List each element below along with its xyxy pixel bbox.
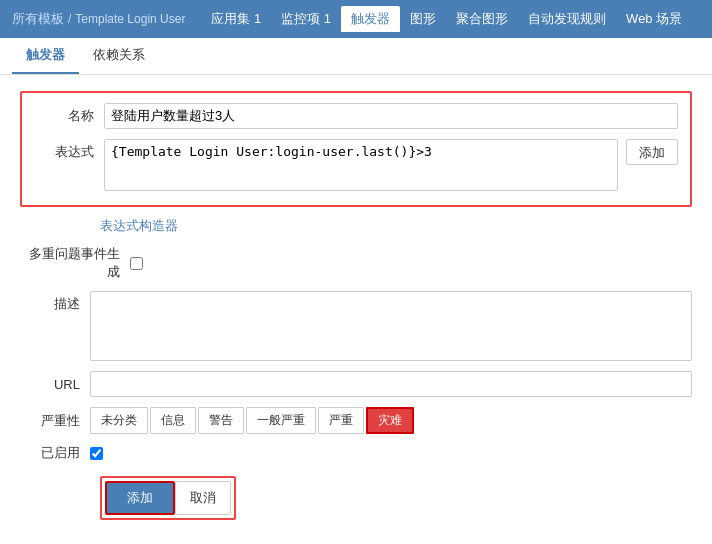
enabled-label: 已启用 <box>20 444 90 462</box>
nav-web-scenarios[interactable]: Web 场景 <box>616 6 692 32</box>
nav-triggers[interactable]: 触发器 <box>341 6 400 32</box>
add-button[interactable]: 添加 <box>105 481 175 515</box>
tab-dependencies[interactable]: 依赖关系 <box>79 38 159 74</box>
tab-bar: 触发器 依赖关系 <box>0 38 712 75</box>
nav-discovery-rules[interactable]: 自动发现规则 <box>518 6 616 32</box>
nav-graphs[interactable]: 图形 <box>400 6 446 32</box>
url-input[interactable] <box>90 371 692 397</box>
expression-builder-link-area: 表达式构造器 <box>100 217 692 235</box>
breadcrumb-current: Template Login User <box>75 12 185 26</box>
top-bar: 所有模板 / Template Login User 应用集 1 监控项 1 触… <box>0 0 712 38</box>
breadcrumb-all-templates[interactable]: 所有模板 <box>12 10 64 28</box>
expression-input[interactable] <box>104 139 618 191</box>
cancel-button[interactable]: 取消 <box>175 481 231 515</box>
expression-builder-link[interactable]: 表达式构造器 <box>100 218 178 233</box>
form-area: 名称 表达式 添加 表达式构造器 多重问题事件生成 描述 URL <box>0 75 712 536</box>
severity-not-classified[interactable]: 未分类 <box>90 407 148 434</box>
severity-high[interactable]: 严重 <box>318 407 364 434</box>
highlighted-box: 名称 表达式 添加 <box>20 91 692 207</box>
action-buttons-wrapper: 添加 取消 <box>100 476 236 520</box>
main-container: 触发器 依赖关系 名称 表达式 添加 表达式构造器 多重问题事件生成 <box>0 38 712 544</box>
expression-row: 表达式 添加 <box>34 139 678 191</box>
multi-event-row: 多重问题事件生成 <box>20 245 692 281</box>
name-row: 名称 <box>34 103 678 129</box>
name-label: 名称 <box>34 107 104 125</box>
severity-average[interactable]: 一般严重 <box>246 407 316 434</box>
multi-event-checkbox[interactable] <box>130 257 143 270</box>
top-nav: 应用集 1 监控项 1 触发器 图形 聚合图形 自动发现规则 Web 场景 <box>201 6 692 32</box>
name-input[interactable] <box>104 103 678 129</box>
severity-disaster[interactable]: 灾难 <box>366 407 414 434</box>
severity-warning[interactable]: 警告 <box>198 407 244 434</box>
desc-textarea[interactable] <box>90 291 692 361</box>
nav-app-collections[interactable]: 应用集 1 <box>201 6 271 32</box>
desc-row: 描述 <box>20 291 692 361</box>
desc-label: 描述 <box>20 291 90 313</box>
enabled-row: 已启用 <box>20 444 692 462</box>
nav-aggregate-graphs[interactable]: 聚合图形 <box>446 6 518 32</box>
severity-label: 严重性 <box>20 412 90 430</box>
multi-event-label: 多重问题事件生成 <box>20 245 130 281</box>
breadcrumb: 所有模板 / Template Login User <box>12 10 185 28</box>
url-label: URL <box>20 377 90 392</box>
expression-label: 表达式 <box>34 139 104 161</box>
expression-add-button[interactable]: 添加 <box>626 139 678 165</box>
nav-monitors[interactable]: 监控项 1 <box>271 6 341 32</box>
severity-buttons: 未分类 信息 警告 一般严重 严重 灾难 <box>90 407 414 434</box>
enabled-checkbox[interactable] <box>90 447 103 460</box>
severity-row: 严重性 未分类 信息 警告 一般严重 严重 灾难 <box>20 407 692 434</box>
severity-information[interactable]: 信息 <box>150 407 196 434</box>
action-row: 添加 取消 <box>100 476 692 520</box>
tab-triggers[interactable]: 触发器 <box>12 38 79 74</box>
breadcrumb-sep: / <box>68 12 71 26</box>
url-row: URL <box>20 371 692 397</box>
